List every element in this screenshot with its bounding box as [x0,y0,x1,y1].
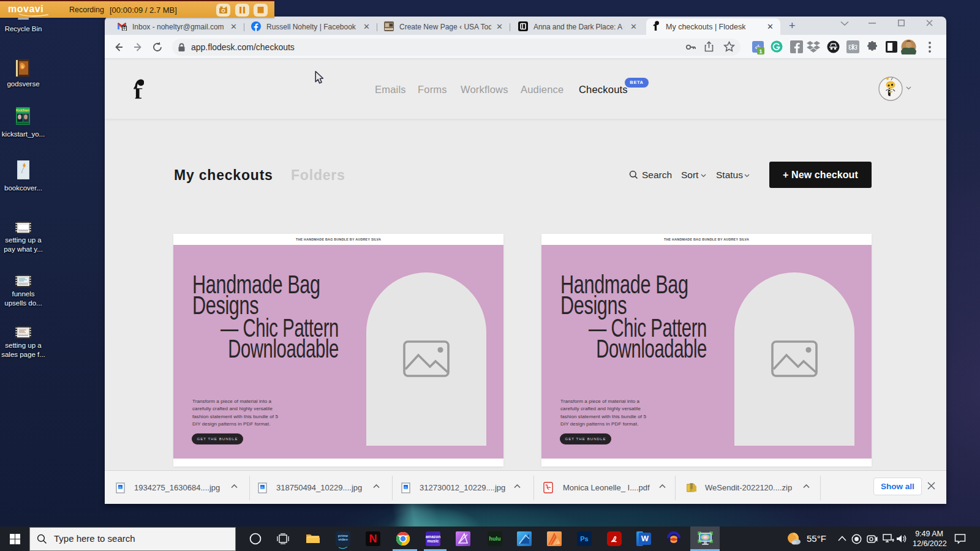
svg-text:KickStart: KickStart [16,108,29,112]
svg-text:0: 0 [123,26,126,30]
svg-text:1: 1 [759,48,763,54]
